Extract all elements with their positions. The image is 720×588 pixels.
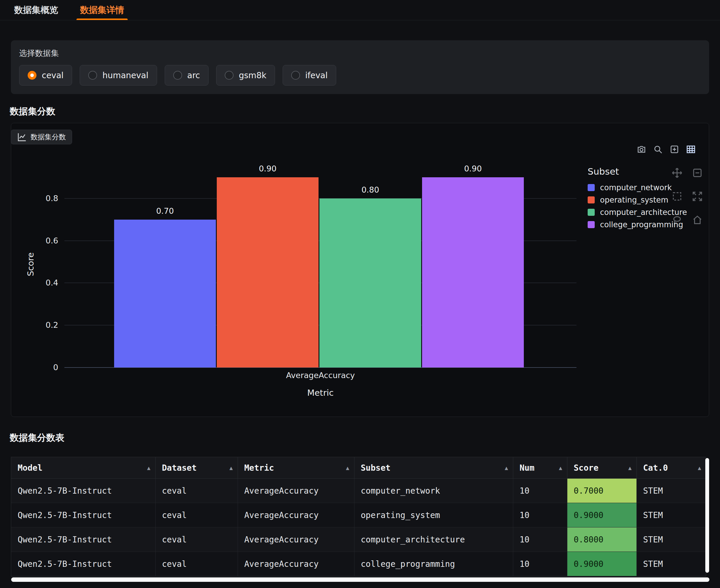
column-header-cat0[interactable]: Cat.0▲ — [636, 457, 706, 479]
cell-score: 0.9000 — [567, 552, 636, 576]
y-tick-label: 0.8 — [46, 193, 58, 204]
table-header: Model▲ Dataset▲ Metric▲ Subset▲ Num▲ Sco… — [11, 457, 706, 479]
table-row: Qwen2.5-7B-Instruct ceval AverageAccurac… — [11, 527, 706, 552]
radio-option-gsm8k[interactable]: gsm8k — [216, 65, 275, 86]
table-row: Qwen2.5-7B-Instruct ceval AverageAccurac… — [11, 552, 706, 576]
sort-asc-icon[interactable]: ▲ — [698, 464, 701, 471]
cell-score: 0.9000 — [567, 503, 636, 527]
tab-dataset-detail[interactable]: 数据集详情 — [71, 0, 133, 20]
legend-swatch — [588, 221, 595, 228]
legend-swatch — [588, 209, 595, 216]
radio-option-ceval[interactable]: ceval — [19, 65, 72, 86]
radio-option-humaneval[interactable]: humaneval — [80, 65, 157, 86]
bar-college_programming — [422, 177, 524, 368]
cell-model: Qwen2.5-7B-Instruct — [11, 479, 155, 503]
cell-subset: operating_system — [354, 503, 513, 527]
sort-asc-icon[interactable]: ▲ — [505, 464, 508, 471]
radio-icon — [173, 71, 182, 80]
y-tick-label: 0.6 — [46, 236, 58, 246]
legend-entry-computer-network[interactable]: computer_network — [588, 182, 687, 194]
dataset-selector-label: 选择数据集 — [19, 48, 701, 59]
cell-num: 10 — [513, 479, 567, 503]
y-tick-label: 0.2 — [46, 320, 58, 330]
bar-value-label: 0.90 — [422, 164, 524, 174]
cell-score: 0.8000 — [567, 527, 636, 552]
cell-cat0: STEM — [636, 503, 706, 527]
cell-model: Qwen2.5-7B-Instruct — [11, 552, 155, 576]
cell-num: 10 — [513, 552, 567, 576]
legend-label: computer_architecture — [600, 208, 687, 217]
vertical-scrollbar[interactable] — [705, 458, 709, 573]
sort-asc-icon[interactable]: ▲ — [559, 464, 562, 471]
column-header-metric[interactable]: Metric▲ — [238, 457, 354, 479]
dataset-selector-panel: 选择数据集 ceval humaneval arc gsm8k ifeval — [11, 40, 709, 94]
chart-section-title: 数据集分数 — [10, 105, 55, 118]
chart-panel: 数据集分数 00.20.40.60.8 0.700.900.800.90 Sco… — [11, 123, 709, 417]
zoom-out-icon[interactable] — [692, 167, 703, 178]
legend-entry-computer-architecture[interactable]: computer_architecture — [588, 206, 687, 218]
radio-label: ceval — [42, 70, 64, 80]
radio-label: arc — [187, 70, 200, 80]
radio-label: ifeval — [305, 70, 328, 80]
column-header-score[interactable]: Score▲ — [567, 457, 636, 479]
radio-icon — [28, 71, 37, 80]
legend-title: Subset — [588, 166, 687, 177]
legend-label: operating_system — [600, 195, 668, 204]
camera-icon[interactable] — [636, 144, 646, 154]
cell-dataset: ceval — [155, 552, 238, 576]
dataset-options: ceval humaneval arc gsm8k ifeval — [19, 65, 701, 86]
legend-label: computer_network — [600, 183, 672, 192]
y-axis-ticks: 00.20.40.60.8 — [11, 123, 61, 368]
legend-entry-operating-system[interactable]: operating_system — [588, 194, 687, 206]
column-header-subset[interactable]: Subset▲ — [354, 457, 513, 479]
radio-label: humaneval — [102, 70, 148, 80]
bar-operating_system — [217, 177, 318, 368]
cell-metric: AverageAccuracy — [238, 479, 354, 503]
cell-dataset: ceval — [155, 503, 238, 527]
autoscale-icon[interactable] — [692, 191, 703, 202]
cell-model: Qwen2.5-7B-Instruct — [11, 527, 155, 552]
cell-score: 0.7000 — [567, 479, 636, 503]
table-row: Qwen2.5-7B-Instruct ceval AverageAccurac… — [11, 479, 706, 503]
bar-value-label: 0.90 — [217, 164, 318, 174]
horizontal-scrollbar[interactable] — [11, 578, 709, 582]
tab-bar: 数据集概览 数据集详情 — [0, 0, 720, 20]
column-header-num[interactable]: Num▲ — [513, 457, 567, 479]
bar-computer_architecture — [320, 198, 421, 368]
cell-num: 10 — [513, 503, 567, 527]
legend-label: college_programming — [600, 220, 683, 229]
cell-metric: AverageAccuracy — [238, 503, 354, 527]
cell-cat0: STEM — [636, 552, 706, 576]
cell-subset: college_programming — [354, 552, 513, 576]
cell-subset: computer_network — [354, 479, 513, 503]
sort-asc-icon[interactable]: ▲ — [147, 464, 150, 471]
y-tick-label: 0 — [53, 362, 58, 373]
y-axis-title: Score — [26, 252, 36, 276]
column-header-model[interactable]: Model▲ — [11, 457, 155, 479]
tab-dataset-overview[interactable]: 数据集概览 — [5, 0, 67, 20]
radio-option-ifeval[interactable]: ifeval — [283, 65, 336, 86]
radio-icon — [88, 71, 97, 80]
sort-asc-icon[interactable]: ▲ — [229, 464, 233, 471]
sort-asc-icon[interactable]: ▲ — [628, 464, 632, 471]
zoom-icon[interactable] — [653, 144, 663, 154]
zoom-in-icon[interactable] — [670, 144, 679, 154]
radio-icon — [291, 71, 300, 80]
table-toggle-icon[interactable] — [686, 144, 696, 154]
cell-dataset: ceval — [155, 479, 238, 503]
column-header-dataset[interactable]: Dataset▲ — [155, 457, 238, 479]
legend-entry-college-programming[interactable]: college_programming — [588, 218, 687, 231]
bar-value-label: 0.80 — [320, 185, 421, 195]
cell-metric: AverageAccuracy — [238, 527, 354, 552]
table-section-title: 数据集分数表 — [10, 432, 64, 444]
cell-cat0: STEM — [636, 479, 706, 503]
radio-option-arc[interactable]: arc — [165, 65, 208, 86]
legend: Subset computer_network operating_system… — [588, 166, 687, 231]
x-tick-label: AverageAccuracy — [64, 371, 576, 380]
home-icon[interactable] — [692, 214, 703, 226]
legend-swatch — [588, 184, 595, 191]
page: { "tabs": { "items": [ {"label": "数据集概览"… — [0, 0, 720, 588]
cell-metric: AverageAccuracy — [238, 552, 354, 576]
sort-asc-icon[interactable]: ▲ — [346, 464, 349, 471]
cell-cat0: STEM — [636, 527, 706, 552]
